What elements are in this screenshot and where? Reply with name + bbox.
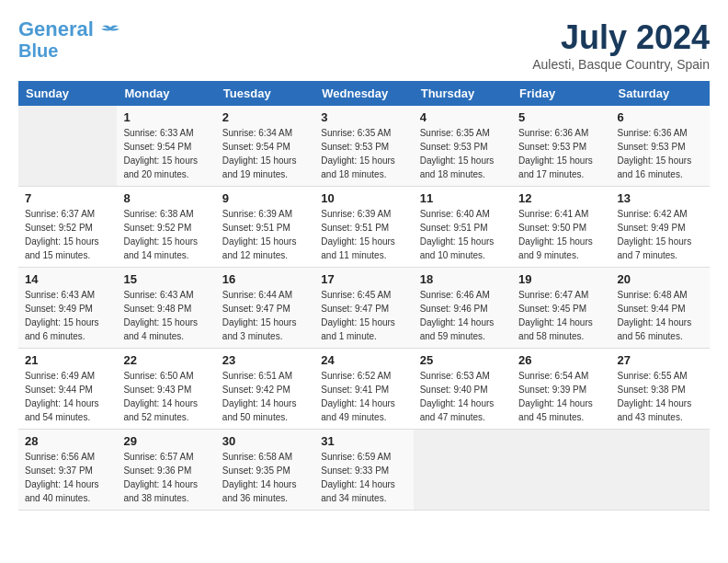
day-number: 4 bbox=[420, 110, 506, 124]
month-year: July 2024 bbox=[532, 18, 710, 57]
day-number: 9 bbox=[222, 191, 308, 205]
day-info: Sunrise: 6:43 AMSunset: 9:48 PMDaylight:… bbox=[123, 288, 209, 343]
day-header-sunday: Sunday bbox=[18, 81, 117, 106]
calendar-cell: 29Sunrise: 6:57 AMSunset: 9:36 PMDayligh… bbox=[117, 430, 215, 511]
day-info: Sunrise: 6:46 AMSunset: 9:46 PMDaylight:… bbox=[420, 288, 506, 343]
day-number: 13 bbox=[618, 191, 703, 205]
day-info: Sunrise: 6:38 AMSunset: 9:52 PMDaylight:… bbox=[123, 207, 209, 262]
day-number: 8 bbox=[123, 191, 209, 205]
day-info: Sunrise: 6:53 AMSunset: 9:40 PMDaylight:… bbox=[420, 369, 506, 424]
title-block: July 2024 Aulesti, Basque Country, Spain bbox=[532, 18, 710, 72]
calendar-cell: 23Sunrise: 6:51 AMSunset: 9:42 PMDayligh… bbox=[216, 349, 314, 430]
day-number: 23 bbox=[222, 353, 308, 367]
day-number: 31 bbox=[321, 434, 406, 448]
calendar-cell: 12Sunrise: 6:41 AMSunset: 9:50 PMDayligh… bbox=[512, 187, 610, 268]
day-info: Sunrise: 6:43 AMSunset: 9:49 PMDaylight:… bbox=[25, 288, 110, 343]
day-info: Sunrise: 6:49 AMSunset: 9:44 PMDaylight:… bbox=[25, 369, 110, 424]
day-info: Sunrise: 6:47 AMSunset: 9:45 PMDaylight:… bbox=[518, 288, 604, 343]
day-info: Sunrise: 6:44 AMSunset: 9:47 PMDaylight:… bbox=[222, 288, 308, 343]
day-number: 5 bbox=[518, 110, 604, 124]
calendar-cell: 30Sunrise: 6:58 AMSunset: 9:35 PMDayligh… bbox=[216, 430, 314, 511]
calendar-cell: 11Sunrise: 6:40 AMSunset: 9:51 PMDayligh… bbox=[414, 187, 512, 268]
day-header-friday: Friday bbox=[512, 81, 610, 106]
calendar-cell: 2Sunrise: 6:34 AMSunset: 9:54 PMDaylight… bbox=[216, 106, 314, 187]
calendar-cell: 7Sunrise: 6:37 AMSunset: 9:52 PMDaylight… bbox=[18, 187, 117, 268]
day-header-thursday: Thursday bbox=[414, 81, 512, 106]
day-number: 18 bbox=[420, 272, 506, 286]
day-info: Sunrise: 6:36 AMSunset: 9:53 PMDaylight:… bbox=[618, 126, 703, 181]
calendar-cell: 1Sunrise: 6:33 AMSunset: 9:54 PMDaylight… bbox=[117, 106, 215, 187]
calendar-cell: 22Sunrise: 6:50 AMSunset: 9:43 PMDayligh… bbox=[117, 349, 215, 430]
calendar-cell: 21Sunrise: 6:49 AMSunset: 9:44 PMDayligh… bbox=[18, 349, 117, 430]
day-number: 16 bbox=[222, 272, 308, 286]
day-header-wednesday: Wednesday bbox=[314, 81, 413, 106]
calendar-cell bbox=[611, 430, 710, 511]
calendar-cell: 10Sunrise: 6:39 AMSunset: 9:51 PMDayligh… bbox=[314, 187, 413, 268]
calendar-cell: 16Sunrise: 6:44 AMSunset: 9:47 PMDayligh… bbox=[216, 268, 314, 349]
calendar-table: SundayMondayTuesdayWednesdayThursdayFrid… bbox=[18, 81, 710, 511]
calendar-cell: 19Sunrise: 6:47 AMSunset: 9:45 PMDayligh… bbox=[512, 268, 610, 349]
calendar-cell bbox=[18, 106, 117, 187]
day-number: 11 bbox=[420, 191, 506, 205]
day-number: 19 bbox=[518, 272, 604, 286]
day-info: Sunrise: 6:39 AMSunset: 9:51 PMDaylight:… bbox=[321, 207, 406, 262]
day-info: Sunrise: 6:39 AMSunset: 9:51 PMDaylight:… bbox=[222, 207, 308, 262]
day-info: Sunrise: 6:56 AMSunset: 9:37 PMDaylight:… bbox=[25, 450, 110, 505]
calendar-cell: 14Sunrise: 6:43 AMSunset: 9:49 PMDayligh… bbox=[18, 268, 117, 349]
day-info: Sunrise: 6:48 AMSunset: 9:44 PMDaylight:… bbox=[618, 288, 703, 343]
calendar-cell: 24Sunrise: 6:52 AMSunset: 9:41 PMDayligh… bbox=[314, 349, 413, 430]
logo: General Blue bbox=[18, 18, 119, 61]
day-number: 25 bbox=[420, 353, 506, 367]
day-info: Sunrise: 6:58 AMSunset: 9:35 PMDaylight:… bbox=[222, 450, 308, 505]
calendar-cell: 15Sunrise: 6:43 AMSunset: 9:48 PMDayligh… bbox=[117, 268, 215, 349]
day-number: 1 bbox=[123, 110, 209, 124]
day-info: Sunrise: 6:51 AMSunset: 9:42 PMDaylight:… bbox=[222, 369, 308, 424]
calendar-cell: 17Sunrise: 6:45 AMSunset: 9:47 PMDayligh… bbox=[314, 268, 413, 349]
day-number: 26 bbox=[518, 353, 604, 367]
day-info: Sunrise: 6:50 AMSunset: 9:43 PMDaylight:… bbox=[123, 369, 209, 424]
calendar-cell: 25Sunrise: 6:53 AMSunset: 9:40 PMDayligh… bbox=[414, 349, 512, 430]
calendar-header-row: SundayMondayTuesdayWednesdayThursdayFrid… bbox=[18, 81, 710, 106]
calendar-cell: 4Sunrise: 6:35 AMSunset: 9:53 PMDaylight… bbox=[414, 106, 512, 187]
day-number: 10 bbox=[321, 191, 406, 205]
day-info: Sunrise: 6:35 AMSunset: 9:53 PMDaylight:… bbox=[420, 126, 506, 181]
day-number: 20 bbox=[618, 272, 703, 286]
day-number: 7 bbox=[25, 191, 110, 205]
day-info: Sunrise: 6:40 AMSunset: 9:51 PMDaylight:… bbox=[420, 207, 506, 262]
week-row-3: 14Sunrise: 6:43 AMSunset: 9:49 PMDayligh… bbox=[18, 268, 710, 349]
day-number: 12 bbox=[518, 191, 604, 205]
calendar-cell: 8Sunrise: 6:38 AMSunset: 9:52 PMDaylight… bbox=[117, 187, 215, 268]
day-info: Sunrise: 6:37 AMSunset: 9:52 PMDaylight:… bbox=[25, 207, 110, 262]
calendar-cell: 20Sunrise: 6:48 AMSunset: 9:44 PMDayligh… bbox=[611, 268, 710, 349]
calendar-cell: 13Sunrise: 6:42 AMSunset: 9:49 PMDayligh… bbox=[611, 187, 710, 268]
location: Aulesti, Basque Country, Spain bbox=[532, 57, 710, 72]
day-number: 27 bbox=[618, 353, 703, 367]
day-info: Sunrise: 6:35 AMSunset: 9:53 PMDaylight:… bbox=[321, 126, 406, 181]
day-number: 28 bbox=[25, 434, 110, 448]
day-info: Sunrise: 6:33 AMSunset: 9:54 PMDaylight:… bbox=[123, 126, 209, 181]
page-header: General Blue July 2024 Aulesti, Basque C… bbox=[18, 18, 710, 72]
day-number: 22 bbox=[123, 353, 209, 367]
day-info: Sunrise: 6:59 AMSunset: 9:33 PMDaylight:… bbox=[321, 450, 406, 505]
day-header-saturday: Saturday bbox=[611, 81, 710, 106]
calendar-cell: 28Sunrise: 6:56 AMSunset: 9:37 PMDayligh… bbox=[18, 430, 117, 511]
day-number: 29 bbox=[123, 434, 209, 448]
day-info: Sunrise: 6:45 AMSunset: 9:47 PMDaylight:… bbox=[321, 288, 406, 343]
day-info: Sunrise: 6:34 AMSunset: 9:54 PMDaylight:… bbox=[222, 126, 308, 181]
day-number: 6 bbox=[618, 110, 703, 124]
day-number: 30 bbox=[222, 434, 308, 448]
week-row-5: 28Sunrise: 6:56 AMSunset: 9:37 PMDayligh… bbox=[18, 430, 710, 511]
day-info: Sunrise: 6:41 AMSunset: 9:50 PMDaylight:… bbox=[518, 207, 604, 262]
calendar-cell: 26Sunrise: 6:54 AMSunset: 9:39 PMDayligh… bbox=[512, 349, 610, 430]
calendar-cell bbox=[414, 430, 512, 511]
day-header-tuesday: Tuesday bbox=[216, 81, 314, 106]
calendar-cell bbox=[512, 430, 610, 511]
logo-line2: Blue bbox=[18, 40, 58, 61]
day-info: Sunrise: 6:42 AMSunset: 9:49 PMDaylight:… bbox=[618, 207, 703, 262]
week-row-1: 1Sunrise: 6:33 AMSunset: 9:54 PMDaylight… bbox=[18, 106, 710, 187]
day-header-monday: Monday bbox=[117, 81, 215, 106]
calendar-cell: 9Sunrise: 6:39 AMSunset: 9:51 PMDaylight… bbox=[216, 187, 314, 268]
calendar-cell: 18Sunrise: 6:46 AMSunset: 9:46 PMDayligh… bbox=[414, 268, 512, 349]
logo-text: General bbox=[18, 18, 119, 40]
day-info: Sunrise: 6:36 AMSunset: 9:53 PMDaylight:… bbox=[518, 126, 604, 181]
